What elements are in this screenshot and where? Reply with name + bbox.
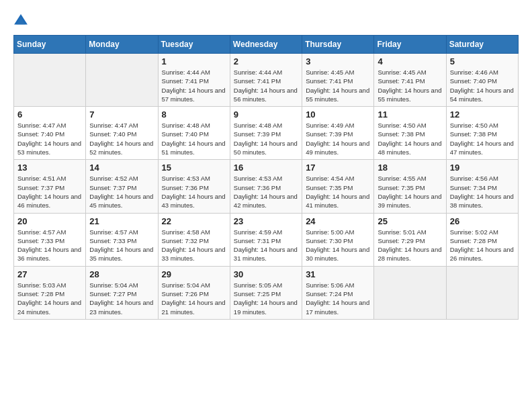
calendar-cell [446, 266, 518, 319]
day-number: 31 [306, 269, 370, 279]
calendar-cell: 9Sunrise: 4:48 AM Sunset: 7:39 PM Daylig… [230, 107, 302, 160]
logo [13, 13, 31, 28]
day-info: Sunrise: 4:52 AM Sunset: 7:37 PM Dayligh… [89, 174, 154, 210]
day-number: 21 [89, 216, 154, 226]
day-info: Sunrise: 4:44 AM Sunset: 7:41 PM Dayligh… [234, 68, 298, 103]
calendar-cell: 7Sunrise: 4:47 AM Sunset: 7:40 PM Daylig… [86, 107, 158, 160]
day-info: Sunrise: 4:57 AM Sunset: 7:33 PM Dayligh… [89, 228, 154, 263]
day-number: 28 [89, 269, 154, 279]
day-info: Sunrise: 4:57 AM Sunset: 7:33 PM Dayligh… [17, 228, 82, 263]
day-number: 4 [378, 56, 442, 66]
calendar-cell: 17Sunrise: 4:54 AM Sunset: 7:35 PM Dayli… [302, 160, 374, 213]
day-number: 5 [450, 56, 515, 66]
calendar-table: SundayMondayTuesdayWednesdayThursdayFrid… [13, 35, 519, 320]
day-info: Sunrise: 4:56 AM Sunset: 7:34 PM Dayligh… [450, 174, 515, 210]
day-info: Sunrise: 4:47 AM Sunset: 7:40 PM Dayligh… [17, 121, 82, 156]
day-info: Sunrise: 4:53 AM Sunset: 7:36 PM Dayligh… [162, 174, 226, 210]
day-number: 24 [306, 216, 370, 226]
day-info: Sunrise: 4:58 AM Sunset: 7:32 PM Dayligh… [162, 228, 226, 263]
calendar-cell: 10Sunrise: 4:49 AM Sunset: 7:39 PM Dayli… [302, 107, 374, 160]
weekday-header-friday: Friday [374, 36, 446, 54]
calendar-cell: 5Sunrise: 4:46 AM Sunset: 7:40 PM Daylig… [446, 54, 518, 107]
calendar-cell: 29Sunrise: 5:04 AM Sunset: 7:26 PM Dayli… [158, 266, 230, 319]
day-info: Sunrise: 4:50 AM Sunset: 7:38 PM Dayligh… [378, 121, 442, 156]
day-number: 11 [378, 109, 442, 120]
day-number: 15 [162, 163, 226, 173]
weekday-header-wednesday: Wednesday [230, 36, 302, 54]
day-info: Sunrise: 5:06 AM Sunset: 7:24 PM Dayligh… [306, 281, 370, 316]
calendar-cell: 3Sunrise: 4:45 AM Sunset: 7:41 PM Daylig… [302, 54, 374, 107]
day-number: 10 [306, 109, 370, 120]
day-number: 27 [17, 269, 82, 279]
day-info: Sunrise: 4:59 AM Sunset: 7:31 PM Dayligh… [234, 228, 298, 263]
weekday-header-monday: Monday [86, 36, 158, 54]
calendar-cell: 18Sunrise: 4:55 AM Sunset: 7:35 PM Dayli… [374, 160, 446, 213]
page-header [13, 13, 519, 28]
weekday-header-thursday: Thursday [302, 36, 374, 54]
calendar-cell [14, 54, 86, 107]
day-info: Sunrise: 5:02 AM Sunset: 7:28 PM Dayligh… [450, 228, 515, 263]
day-info: Sunrise: 4:45 AM Sunset: 7:41 PM Dayligh… [306, 68, 370, 103]
day-number: 17 [306, 163, 370, 173]
calendar-cell: 31Sunrise: 5:06 AM Sunset: 7:24 PM Dayli… [302, 266, 374, 319]
day-info: Sunrise: 5:01 AM Sunset: 7:29 PM Dayligh… [378, 228, 442, 263]
day-info: Sunrise: 4:50 AM Sunset: 7:38 PM Dayligh… [450, 121, 515, 156]
day-info: Sunrise: 4:47 AM Sunset: 7:40 PM Dayligh… [89, 121, 154, 156]
day-number: 20 [17, 216, 82, 226]
day-info: Sunrise: 4:49 AM Sunset: 7:39 PM Dayligh… [306, 121, 370, 156]
day-number: 29 [162, 269, 226, 279]
calendar-cell: 26Sunrise: 5:02 AM Sunset: 7:28 PM Dayli… [446, 213, 518, 266]
day-info: Sunrise: 4:55 AM Sunset: 7:35 PM Dayligh… [378, 174, 442, 210]
weekday-header-saturday: Saturday [446, 36, 518, 54]
calendar-week-row: 6Sunrise: 4:47 AM Sunset: 7:40 PM Daylig… [14, 107, 519, 160]
calendar-cell: 14Sunrise: 4:52 AM Sunset: 7:37 PM Dayli… [86, 160, 158, 213]
day-number: 12 [450, 109, 515, 120]
day-info: Sunrise: 4:53 AM Sunset: 7:36 PM Dayligh… [234, 174, 298, 210]
calendar-cell [374, 266, 446, 319]
day-number: 7 [89, 109, 154, 120]
calendar-cell: 21Sunrise: 4:57 AM Sunset: 7:33 PM Dayli… [86, 213, 158, 266]
calendar-week-row: 20Sunrise: 4:57 AM Sunset: 7:33 PM Dayli… [14, 213, 519, 266]
day-info: Sunrise: 4:46 AM Sunset: 7:40 PM Dayligh… [450, 68, 515, 103]
day-number: 9 [234, 109, 298, 120]
calendar-cell: 11Sunrise: 4:50 AM Sunset: 7:38 PM Dayli… [374, 107, 446, 160]
calendar-cell: 2Sunrise: 4:44 AM Sunset: 7:41 PM Daylig… [230, 54, 302, 107]
day-number: 3 [306, 56, 370, 66]
calendar-cell: 23Sunrise: 4:59 AM Sunset: 7:31 PM Dayli… [230, 213, 302, 266]
day-info: Sunrise: 4:45 AM Sunset: 7:41 PM Dayligh… [378, 68, 442, 103]
day-number: 16 [234, 163, 298, 173]
calendar-cell: 30Sunrise: 5:05 AM Sunset: 7:25 PM Dayli… [230, 266, 302, 319]
day-number: 1 [162, 56, 226, 66]
day-info: Sunrise: 4:51 AM Sunset: 7:37 PM Dayligh… [17, 174, 82, 210]
calendar-cell: 22Sunrise: 4:58 AM Sunset: 7:32 PM Dayli… [158, 213, 230, 266]
calendar-week-row: 13Sunrise: 4:51 AM Sunset: 7:37 PM Dayli… [14, 160, 519, 213]
calendar-week-row: 1Sunrise: 4:44 AM Sunset: 7:41 PM Daylig… [14, 54, 519, 107]
calendar-week-row: 27Sunrise: 5:03 AM Sunset: 7:28 PM Dayli… [14, 266, 519, 319]
day-number: 19 [450, 163, 515, 173]
calendar-cell: 8Sunrise: 4:48 AM Sunset: 7:40 PM Daylig… [158, 107, 230, 160]
day-number: 13 [17, 163, 82, 173]
day-number: 6 [17, 109, 82, 120]
day-info: Sunrise: 4:44 AM Sunset: 7:41 PM Dayligh… [162, 68, 226, 103]
calendar-cell: 6Sunrise: 4:47 AM Sunset: 7:40 PM Daylig… [14, 107, 86, 160]
calendar-cell [86, 54, 158, 107]
calendar-cell: 15Sunrise: 4:53 AM Sunset: 7:36 PM Dayli… [158, 160, 230, 213]
day-info: Sunrise: 5:03 AM Sunset: 7:28 PM Dayligh… [17, 281, 82, 316]
day-info: Sunrise: 5:04 AM Sunset: 7:27 PM Dayligh… [89, 281, 154, 316]
day-number: 2 [234, 56, 298, 66]
day-number: 25 [378, 216, 442, 226]
calendar-cell: 4Sunrise: 4:45 AM Sunset: 7:41 PM Daylig… [374, 54, 446, 107]
weekday-header-sunday: Sunday [14, 36, 86, 54]
day-number: 8 [162, 109, 226, 120]
day-info: Sunrise: 4:54 AM Sunset: 7:35 PM Dayligh… [306, 174, 370, 210]
day-info: Sunrise: 5:05 AM Sunset: 7:25 PM Dayligh… [234, 281, 298, 316]
day-info: Sunrise: 5:00 AM Sunset: 7:30 PM Dayligh… [306, 228, 370, 263]
day-info: Sunrise: 4:48 AM Sunset: 7:39 PM Dayligh… [234, 121, 298, 156]
weekday-header-tuesday: Tuesday [158, 36, 230, 54]
day-number: 18 [378, 163, 442, 173]
calendar-cell: 16Sunrise: 4:53 AM Sunset: 7:36 PM Dayli… [230, 160, 302, 213]
calendar-cell: 28Sunrise: 5:04 AM Sunset: 7:27 PM Dayli… [86, 266, 158, 319]
day-number: 14 [89, 163, 154, 173]
logo-icon [13, 13, 28, 28]
calendar-cell: 1Sunrise: 4:44 AM Sunset: 7:41 PM Daylig… [158, 54, 230, 107]
